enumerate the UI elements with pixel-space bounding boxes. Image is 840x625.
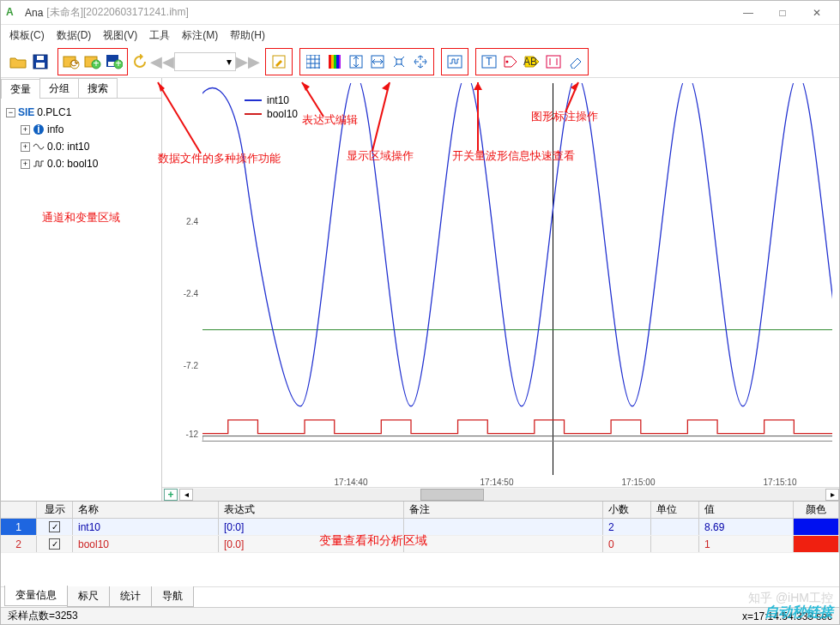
cell-index: 2 xyxy=(1,536,37,552)
menu-bar: 模板(C) 数据(D) 视图(V) 工具 标注(M) 帮助(H) xyxy=(1,25,839,45)
cell-unit[interactable] xyxy=(651,536,699,552)
menu-help[interactable]: 帮助(H) xyxy=(230,28,265,43)
digital-view-button[interactable] xyxy=(444,51,465,73)
tab-variables[interactable]: 变量 xyxy=(1,79,40,99)
tab-search[interactable]: 搜索 xyxy=(78,78,118,98)
variable-tree[interactable]: − SIE 0.PLC1 + i info + 0.0: int10 xyxy=(1,99,161,501)
cell-dec[interactable]: 0 xyxy=(603,536,651,552)
zoom-region-button[interactable] xyxy=(389,51,409,73)
marker-tag-button[interactable] xyxy=(500,51,521,73)
x-tick: 17:15:00 xyxy=(622,478,656,487)
x-tick: 17:14:50 xyxy=(480,478,514,487)
cell-note[interactable] xyxy=(404,519,603,535)
checkbox-icon[interactable]: ✓ xyxy=(49,521,60,532)
cell-show[interactable]: ✓ xyxy=(37,519,73,535)
cell-name[interactable]: int10 xyxy=(73,519,219,535)
series-bool10 xyxy=(202,420,832,434)
chart-area[interactable]: int10 bool10 2.4 -2.4 -7.2 -12 17:14:40 … xyxy=(162,78,839,501)
plc-tag: SIE xyxy=(18,106,34,118)
menu-mark[interactable]: 标注(M) xyxy=(182,28,218,43)
cell-dec[interactable]: 2 xyxy=(603,519,651,535)
cell-color[interactable] xyxy=(794,519,839,535)
app-window: A Ana [未命名][20220603171241.ihm] — □ ✕ 模板… xyxy=(0,0,840,625)
scroll-thumb[interactable] xyxy=(420,489,484,501)
eraser-button[interactable] xyxy=(565,51,585,73)
svg-text:⟳: ⟳ xyxy=(70,57,79,69)
expand-icon[interactable]: + xyxy=(21,125,30,135)
col-color[interactable]: 颜色 xyxy=(794,502,839,518)
zoom-out-button[interactable] xyxy=(410,51,431,73)
svg-rect-17 xyxy=(336,55,339,69)
tab-groups[interactable]: 分组 xyxy=(39,78,79,98)
tree-root[interactable]: − SIE 0.PLC1 xyxy=(6,104,156,121)
document-title: [未命名][20220603171241.ihm] xyxy=(46,5,188,20)
col-show[interactable]: 显示 xyxy=(37,502,73,518)
col-decimals[interactable]: 小数 xyxy=(603,502,651,518)
chart-plot xyxy=(202,83,832,442)
svg-text:i: i xyxy=(37,123,39,135)
tab-nav[interactable]: 导航 xyxy=(151,586,194,607)
tree-node-bool10[interactable]: + 0.0: bool10 xyxy=(6,155,156,172)
cell-note[interactable] xyxy=(404,536,603,552)
refresh-button[interactable] xyxy=(130,51,150,73)
tab-varinfo[interactable]: 变量信息 xyxy=(4,586,68,606)
col-note[interactable]: 备注 xyxy=(404,502,603,518)
grid-button[interactable] xyxy=(303,51,323,73)
svg-text:AB: AB xyxy=(523,56,537,68)
expand-icon[interactable]: + xyxy=(21,142,30,152)
menu-data[interactable]: 数据(D) xyxy=(57,28,92,43)
cell-index: 1 xyxy=(1,519,37,535)
svg-text:+: + xyxy=(93,57,99,69)
col-index[interactable] xyxy=(1,502,37,518)
tree-node-info[interactable]: + i info xyxy=(6,121,156,138)
collapse-icon[interactable]: − xyxy=(6,108,15,117)
cell-show[interactable]: ✓ xyxy=(37,536,73,552)
tree-node-int10[interactable]: + 0.0: int10 xyxy=(6,138,156,155)
cell-color[interactable] xyxy=(794,536,839,552)
scroll-left-button[interactable]: ◂ xyxy=(179,489,193,501)
horizontal-scrollbar[interactable]: + ◂ ▸ xyxy=(162,487,839,501)
cell-unit[interactable] xyxy=(651,519,699,535)
col-expr[interactable]: 表达式 xyxy=(219,502,404,518)
svg-rect-16 xyxy=(334,55,336,69)
fileop-1-button[interactable]: ⟳ xyxy=(61,51,82,73)
analog-icon xyxy=(33,141,45,153)
fit-vert-button[interactable] xyxy=(346,51,366,73)
close-button[interactable]: ✕ xyxy=(800,1,834,25)
col-value[interactable]: 值 xyxy=(699,502,794,518)
window-controls: — □ ✕ xyxy=(731,1,834,25)
scroll-track[interactable] xyxy=(193,489,825,501)
col-name[interactable]: 名称 xyxy=(73,502,219,518)
menu-view[interactable]: 视图(V) xyxy=(103,28,137,43)
fileop-2-button[interactable]: + xyxy=(82,51,103,73)
prev-button[interactable]: ◀◀ xyxy=(152,51,172,73)
tree-label: info xyxy=(47,123,63,135)
status-cursor-x: x=17:14:54.333 sec xyxy=(742,610,832,622)
maximize-button[interactable]: □ xyxy=(765,1,800,25)
grid-header: 显示 名称 表达式 备注 小数 单位 值 颜色 xyxy=(1,502,839,519)
cell-value: 8.69 xyxy=(699,519,794,535)
add-pane-button[interactable]: + xyxy=(164,489,178,501)
edit-expr-button[interactable] xyxy=(269,51,289,73)
toolbar: ⟳ + + ◀◀ ▾ ▶▶ T AB xyxy=(1,45,839,78)
save-button[interactable] xyxy=(30,51,51,73)
menu-template[interactable]: 模板(C) xyxy=(9,28,45,43)
checkbox-icon[interactable]: ✓ xyxy=(49,538,60,550)
minimize-button[interactable]: — xyxy=(731,1,765,25)
scroll-right-button[interactable]: ▸ xyxy=(825,489,839,501)
fileop-3-button[interactable]: + xyxy=(104,51,124,73)
marker-ab-button[interactable]: AB xyxy=(522,51,542,73)
palette-button[interactable] xyxy=(324,51,345,73)
col-unit[interactable]: 单位 xyxy=(651,502,699,518)
tab-ruler[interactable]: 标尺 xyxy=(67,586,110,607)
marker-text-button[interactable]: T xyxy=(479,51,499,73)
cell-name[interactable]: bool10 xyxy=(73,536,219,552)
expand-icon[interactable]: + xyxy=(21,159,30,169)
menu-tools[interactable]: 工具 xyxy=(149,28,170,43)
marker-region-button[interactable] xyxy=(543,51,564,73)
position-select[interactable]: ▾ xyxy=(174,52,236,71)
tab-stats[interactable]: 统计 xyxy=(109,586,152,607)
next-button[interactable]: ▶▶ xyxy=(238,51,258,73)
open-button[interactable] xyxy=(8,51,28,73)
fit-horiz-button[interactable] xyxy=(367,51,388,73)
